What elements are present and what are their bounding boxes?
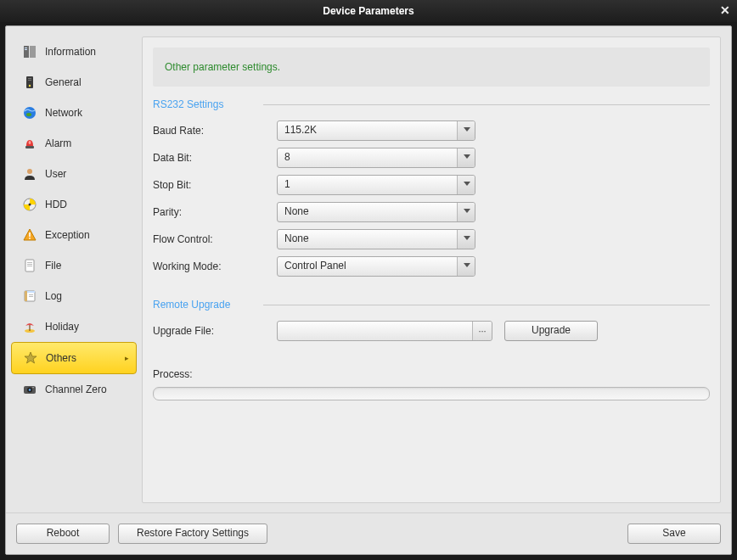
select-stop-bit[interactable]: 1 <box>277 175 475 195</box>
svg-rect-10 <box>25 146 34 148</box>
sidebar-item-label: General <box>45 76 82 88</box>
section-rs232: RS232 Settings <box>143 87 720 110</box>
holiday-icon <box>21 318 38 335</box>
svg-point-11 <box>29 141 31 144</box>
sidebar-item-label: Holiday <box>45 321 79 333</box>
sidebar-item-channel-zero[interactable]: Channel Zero <box>11 374 137 405</box>
svg-rect-3 <box>25 49 27 50</box>
row-working-mode: Working Mode: Control Panel <box>143 255 720 282</box>
divider <box>263 305 710 305</box>
upgrade-file-input[interactable]: ··· <box>277 321 492 341</box>
progress-bar <box>153 387 710 400</box>
sidebar-item-hdd[interactable]: HDD <box>11 189 137 220</box>
row-stop-bit: Stop Bit: 1 <box>143 173 720 200</box>
select-working-mode[interactable]: Control Panel <box>277 256 475 277</box>
select-value: Control Panel <box>284 260 346 272</box>
label-working-mode: Working Mode: <box>153 260 277 272</box>
banner: Other parameter settings. <box>153 48 710 87</box>
file-icon <box>21 257 38 274</box>
row-upgrade-file: Upgrade File: ··· Upgrade <box>143 319 720 346</box>
select-value: None <box>284 205 309 217</box>
row-process: Process: <box>143 361 720 400</box>
upgrade-button[interactable]: Upgrade <box>504 321 598 341</box>
chevron-down-icon <box>464 182 470 186</box>
sidebar-item-label: Alarm <box>45 137 71 149</box>
device-parameters-window: Device Parameters ✕ Information General <box>0 0 737 560</box>
select-flow-control[interactable]: None <box>277 229 475 249</box>
sidebar-item-general[interactable]: General <box>11 67 137 98</box>
chevron-down-icon <box>464 236 470 240</box>
close-icon[interactable]: ✕ <box>718 4 732 18</box>
browse-button[interactable]: ··· <box>472 322 492 340</box>
svg-rect-24 <box>29 294 33 295</box>
sidebar-item-label: Others <box>46 352 76 364</box>
select-data-bit[interactable]: 8 <box>277 148 475 168</box>
log-icon <box>21 288 38 305</box>
banner-text: Other parameter settings. <box>165 61 280 73</box>
sidebar-item-label: Network <box>45 107 82 119</box>
svg-rect-6 <box>28 78 31 79</box>
upgrade-file-value <box>278 324 283 336</box>
sidebar-item-network[interactable]: Network <box>11 98 137 128</box>
svg-rect-1 <box>30 46 36 58</box>
warning-icon <box>21 227 38 244</box>
section-remote-upgrade: Remote Upgrade <box>143 282 720 311</box>
sidebar-item-label: User <box>45 168 66 180</box>
sidebar: Information General Network <box>6 26 142 513</box>
label-upgrade-file: Upgrade File: <box>153 325 277 337</box>
footer: Reboot Restore Factory Settings Save <box>6 512 731 554</box>
svg-point-5 <box>29 85 31 87</box>
reboot-button[interactable]: Reboot <box>16 524 110 544</box>
alarm-icon <box>21 135 38 152</box>
sidebar-item-holiday[interactable]: Holiday <box>11 311 137 342</box>
svg-point-14 <box>29 204 31 206</box>
svg-point-29 <box>29 389 31 390</box>
label-process: Process: <box>153 368 193 380</box>
save-button[interactable]: Save <box>627 524 721 544</box>
restore-factory-button[interactable]: Restore Factory Settings <box>118 524 267 544</box>
hdd-icon <box>21 196 38 213</box>
sidebar-item-user[interactable]: User <box>11 159 137 189</box>
sidebar-item-label: Information <box>45 46 96 58</box>
select-value: 8 <box>284 151 290 163</box>
chevron-down-icon <box>464 154 470 159</box>
svg-rect-16 <box>29 238 31 239</box>
row-baud-rate: Baud Rate: 115.2K <box>143 119 720 146</box>
select-baud-rate[interactable]: 115.2K <box>277 120 475 141</box>
chevron-down-icon <box>464 127 470 132</box>
chevron-down-icon <box>464 263 470 267</box>
svg-rect-25 <box>29 296 33 297</box>
sidebar-item-information[interactable]: Information <box>11 36 137 67</box>
camera-icon <box>21 381 38 398</box>
svg-point-8 <box>24 107 36 119</box>
server-icon <box>21 43 38 60</box>
svg-rect-7 <box>28 80 31 81</box>
sidebar-item-file[interactable]: File <box>11 250 137 281</box>
chevron-right-icon: ▸ <box>125 354 129 362</box>
chevron-down-icon <box>464 209 470 213</box>
select-value: 1 <box>284 178 290 190</box>
sidebar-item-others[interactable]: Others ▸ <box>11 342 137 374</box>
row-data-bit: Data Bit: 8 <box>143 146 720 173</box>
svg-point-9 <box>26 113 31 116</box>
sidebar-item-label: Log <box>45 290 62 302</box>
sidebar-item-label: Exception <box>45 229 90 241</box>
svg-point-12 <box>27 169 32 174</box>
label-baud-rate: Baud Rate: <box>153 125 277 137</box>
sidebar-item-log[interactable]: Log <box>11 281 137 311</box>
client-area: Information General Network <box>5 25 732 555</box>
content-panel: Other parameter settings. RS232 Settings… <box>142 36 721 503</box>
tower-icon <box>21 74 38 91</box>
sidebar-item-alarm[interactable]: Alarm <box>11 128 137 159</box>
globe-icon <box>21 104 38 121</box>
svg-rect-2 <box>25 48 27 48</box>
label-flow-control: Flow Control: <box>153 233 277 245</box>
row-flow-control: Flow Control: None <box>143 227 720 255</box>
select-parity[interactable]: None <box>277 202 475 222</box>
section-title-remote-upgrade: Remote Upgrade <box>153 299 263 311</box>
sidebar-item-exception[interactable]: Exception <box>11 220 137 250</box>
user-icon <box>21 165 38 182</box>
svg-rect-20 <box>27 266 32 266</box>
star-icon <box>22 350 39 367</box>
svg-rect-15 <box>29 232 31 237</box>
